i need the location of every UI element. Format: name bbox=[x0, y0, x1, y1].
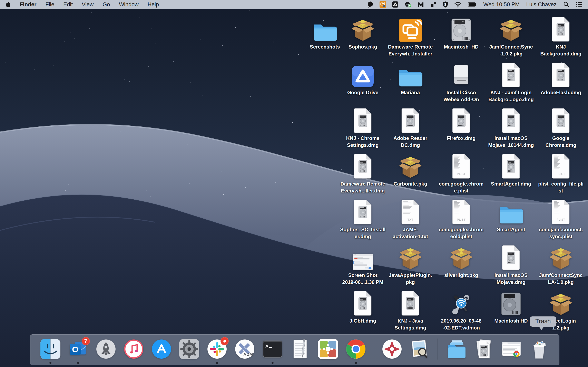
dock-system-preferences[interactable] bbox=[179, 339, 199, 359]
desktop-icon-google-drive[interactable]: Google Drive bbox=[336, 60, 390, 96]
desktop-icon-silverlight-pkg[interactable]: silverlight.pkg bbox=[434, 243, 488, 279]
desktop-icon-label: JamfConnectSync -1.0.2.pkg bbox=[489, 43, 533, 58]
dock-app-store[interactable] bbox=[151, 339, 172, 359]
sophos-shield-icon[interactable]: S bbox=[442, 0, 448, 9]
dock-outlook[interactable]: O7 bbox=[68, 339, 88, 359]
desktop-icon-macintosh-hd[interactable]: Macintosh_HD bbox=[434, 14, 488, 50]
dameware-remote-icon[interactable] bbox=[380, 0, 386, 9]
dock-textedit[interactable] bbox=[290, 339, 310, 359]
plist-icon: PLIST bbox=[452, 151, 471, 179]
printer-backup-icon[interactable] bbox=[405, 0, 411, 9]
pkg-icon bbox=[398, 243, 423, 270]
menu-help[interactable]: Help bbox=[148, 1, 159, 8]
desktop-icon-label: Install macOS Mojave_10144.dmg bbox=[488, 135, 534, 149]
dameware-icon bbox=[399, 14, 422, 42]
dock-adm-app[interactable]: ADM bbox=[235, 339, 255, 359]
menu-bar-clock[interactable]: Wed 10:50 PM bbox=[483, 1, 520, 8]
plist-icon: PLIST bbox=[552, 197, 570, 224]
desktop-icon-knj-chrome-settings-dmg[interactable]: KNJ - Chrome Settings.dmg bbox=[336, 106, 390, 149]
dock-itunes[interactable] bbox=[124, 339, 144, 359]
menu-finder[interactable]: Finder bbox=[20, 1, 36, 8]
desktop-icon-smartagent[interactable]: SmartAgent bbox=[484, 197, 538, 233]
dock-terminal[interactable]: > bbox=[263, 339, 283, 359]
dmg-icon bbox=[502, 106, 520, 133]
dock-trash-full[interactable] bbox=[529, 339, 549, 359]
desktop-icon-jigbh-dmg[interactable]: JiGbH.dmg bbox=[336, 288, 390, 324]
desktop-icon-adobe-reader-dc-dmg[interactable]: Adobe Reader DC.dmg bbox=[383, 106, 437, 149]
svg-text:ADM: ADM bbox=[243, 352, 253, 357]
desktop-icon-sophos-pkg[interactable]: Sophos.pkg bbox=[336, 14, 390, 50]
menu-go[interactable]: Go bbox=[103, 1, 110, 8]
dock-chrome[interactable] bbox=[346, 339, 366, 359]
desktop-icon-mariana[interactable]: Mariana bbox=[383, 60, 437, 96]
desktop-icon-smartagent-dmg[interactable]: SmartAgent.dmg bbox=[484, 151, 538, 187]
menu-view[interactable]: View bbox=[82, 1, 94, 8]
dock-folder-stack[interactable] bbox=[446, 339, 466, 359]
desktop-icon-sophos-sc-install-er-dmg[interactable]: Sophos_SC_Install er.dmg bbox=[336, 197, 390, 240]
dock-documents-stack[interactable] bbox=[474, 339, 494, 359]
desktop-icon-knj-jamf-login-backgro-ogo-dmg[interactable]: KNJ - Jamf Login Backgro...ogo.dmg bbox=[484, 60, 538, 103]
dmg-icon bbox=[354, 106, 372, 133]
desktop-icon-com-jamf-connect-sync-plist[interactable]: PLISTcom.jamf.connect. sync.plist bbox=[534, 197, 588, 240]
dock-chrome-window[interactable] bbox=[502, 339, 521, 359]
chat-balloon-icon[interactable] bbox=[367, 0, 373, 9]
desktop-icon-plist-config-file-pli-st[interactable]: PLISTplist_config_file.pli st bbox=[534, 151, 588, 194]
desktop-icon-dameware-remote-everywh-installer[interactable]: Dameware Remote Everywh...Installer bbox=[383, 14, 437, 58]
dmg-icon bbox=[552, 60, 570, 87]
battery-icon[interactable] bbox=[468, 0, 477, 9]
dock-slack[interactable] bbox=[207, 339, 227, 359]
window-shade-icon[interactable] bbox=[430, 0, 436, 9]
dock-color-grid-app[interactable] bbox=[318, 339, 338, 359]
menu-edit[interactable]: Edit bbox=[63, 1, 73, 8]
desktop-icon-jamfconnectsync-la-1-0-pkg[interactable]: JamfConnectSync LA-1.0.pkg bbox=[534, 243, 588, 286]
desktop-icon-carbonite-pkg[interactable]: Carbonite.pkg bbox=[383, 151, 437, 187]
wifi-icon[interactable] bbox=[454, 0, 462, 9]
user-menu[interactable]: Luis Chavez bbox=[526, 1, 557, 8]
menu-file[interactable]: File bbox=[45, 1, 54, 8]
dock-separator bbox=[374, 338, 374, 360]
desktop-icon-firefox-dmg[interactable]: Firefox.dmg bbox=[434, 106, 488, 142]
desktop-icon-jamf-activation-1-txt[interactable]: TXTJAMF- activation-1.txt bbox=[383, 197, 437, 240]
desktop-icon-com-google-chrom-e-plist[interactable]: PLISTcom.google.chrom e.plist bbox=[434, 151, 488, 194]
desktop-icon-2019-06-20-09-48-02-edt-wdmon[interactable]: 2019.06.20_09-48 -02-EDT.wdmon bbox=[434, 288, 488, 332]
desktop-icon-label: com.google.chrom eold.plist bbox=[439, 226, 484, 240]
wdmon-icon bbox=[450, 288, 473, 316]
gdrive-icon bbox=[352, 60, 374, 87]
svg-text:PLIST: PLIST bbox=[557, 218, 565, 221]
svg-text:TXT: TXT bbox=[407, 218, 414, 221]
dock-red-cross-app[interactable] bbox=[382, 339, 402, 359]
desktop-icon-label: KNJ - Chrome Settings.dmg bbox=[346, 135, 379, 149]
hdd-icon bbox=[451, 14, 471, 42]
desktop-icon-jamfconnectsync-1-0-2-pkg[interactable]: JamfConnectSync -1.0.2.pkg bbox=[484, 14, 538, 58]
desktop-icon-label: KNJ - Jamf Login Backgro...ogo.dmg bbox=[488, 89, 534, 103]
desktop-icon-knj-java-settings-dmg[interactable]: KNJ - Java Settings.dmg bbox=[383, 288, 437, 332]
desktop-icon-adobeflash-dmg[interactable]: AdobeFlash.dmg bbox=[534, 60, 588, 96]
dock-finder[interactable] bbox=[40, 339, 61, 359]
notification-center-icon[interactable] bbox=[576, 0, 583, 9]
dock-preview[interactable] bbox=[410, 339, 430, 359]
desktop-icon-label: JAMF- activation-1.txt bbox=[393, 226, 428, 240]
desktop-icon-label: Screenshots bbox=[310, 43, 340, 50]
desktop-icon-label: Mariana bbox=[401, 89, 420, 96]
desktop-icon-label: JavaAppletPlugin. pkg bbox=[389, 272, 432, 286]
desktop-icon-knj-background-dmg[interactable]: KNJ Background.dmg bbox=[534, 14, 588, 58]
desktop-icon-install-cisco-webex-add-on[interactable]: Install Cisco Webex Add-On bbox=[434, 60, 488, 103]
desktop-icon-install-macos-mojave-10144-dmg[interactable]: Install macOS Mojave_10144.dmg bbox=[484, 106, 538, 149]
desktop-icon-google-chrome-dmg[interactable]: Google Chrome.dmg bbox=[534, 106, 588, 149]
notification-badge: 7 bbox=[82, 337, 90, 345]
desktop-icon-screen-shot-2019-06-1-36-pm[interactable]: Screen Shot 2019-06...1.36 PM bbox=[336, 243, 390, 286]
desktop-icon-install-macos-mojave-dmg[interactable]: Install macOS Mojave.dmg bbox=[484, 243, 538, 286]
dock-launchpad[interactable] bbox=[96, 339, 116, 359]
svg-text:>: > bbox=[265, 343, 268, 350]
desktop-icon-javaappletplugin-pkg[interactable]: JavaAppletPlugin. pkg bbox=[383, 243, 437, 286]
desktop-icon-com-google-chrom-eold-plist[interactable]: PLISTcom.google.chrom eold.plist bbox=[434, 197, 488, 240]
spotlight-search-icon[interactable] bbox=[563, 0, 569, 9]
desktop-icon-label: Sophos.pkg bbox=[348, 43, 377, 50]
menu-window[interactable]: Window bbox=[119, 1, 139, 8]
malwarebytes-m-icon[interactable] bbox=[417, 0, 424, 9]
pkg-icon bbox=[499, 14, 523, 42]
desktop-icon-label: Carbonite.pkg bbox=[394, 180, 427, 187]
desktop-icon-dameware-remote-everywh-ller-dmg[interactable]: Dameware Remote Everywh...ller.dmg bbox=[336, 151, 390, 194]
google-drive-icon[interactable] bbox=[392, 0, 398, 9]
apple-menu[interactable] bbox=[5, 0, 11, 9]
